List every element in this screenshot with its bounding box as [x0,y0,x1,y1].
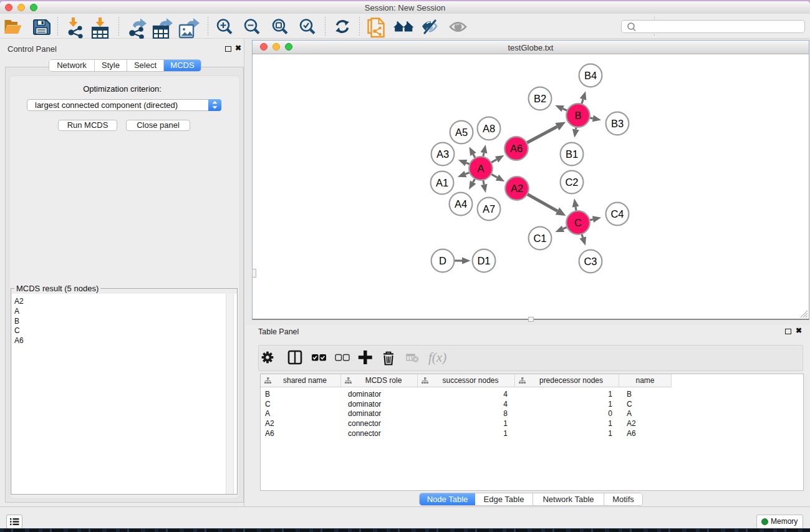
svg-text:C1: C1 [533,233,546,244]
svg-text:D1: D1 [477,255,490,266]
svg-text:A8: A8 [483,123,495,134]
svg-text:A5: A5 [455,127,468,138]
svg-text:A2: A2 [511,183,523,194]
svg-text:C2: C2 [565,177,578,188]
svg-text:B2: B2 [534,93,546,104]
svg-text:C: C [574,217,582,228]
svg-text:A: A [477,163,484,174]
svg-text:C4: C4 [610,208,624,220]
svg-text:B3: B3 [611,118,624,129]
svg-text:A1: A1 [436,177,448,188]
svg-text:C3: C3 [584,256,597,267]
svg-text:B4: B4 [584,70,597,81]
svg-text:D: D [439,255,446,266]
svg-text:B1: B1 [566,148,578,160]
svg-text:A7: A7 [483,203,495,215]
svg-text:A3: A3 [436,148,449,160]
svg-text:A6: A6 [510,143,523,154]
svg-text:B: B [574,110,581,121]
svg-text:f(x): f(x) [428,350,446,365]
svg-text:A4: A4 [455,198,467,210]
